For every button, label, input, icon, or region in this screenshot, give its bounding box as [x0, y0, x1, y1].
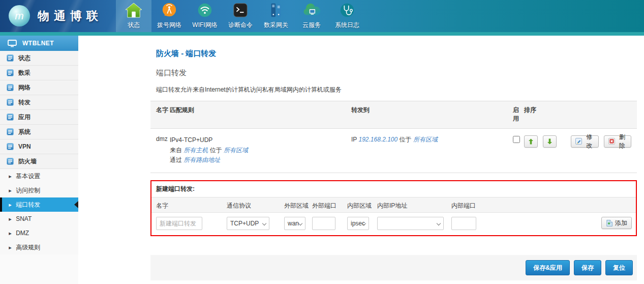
sidebar-item-label: 转发 — [18, 98, 30, 107]
sidebar-item-firewall[interactable]: 防火墙 — [0, 154, 78, 169]
sidebar-subitem-label: SNAT — [16, 215, 32, 222]
int-zone-select[interactable]: ipsec — [347, 217, 369, 230]
nav-tab-dialup-network[interactable]: 拨号网络 — [151, 0, 187, 32]
home-icon — [125, 1, 142, 19]
sidebar-item-vpn[interactable]: VPN — [0, 139, 78, 154]
top-header: m 物通博联 状态 拨号网络 WIFI网络 诊断命令 — [0, 0, 644, 36]
column-header-sort: 排序 — [524, 106, 631, 124]
server-rack-icon — [268, 1, 284, 19]
triangle-bullet-icon: ▶ — [9, 217, 12, 221]
int-ip-select[interactable] — [377, 217, 444, 230]
add-page-icon — [606, 220, 612, 226]
delete-button[interactable]: 删除 — [604, 135, 632, 148]
main-content: 防火墙 - 端口转发 端口转发 端口转发允许来自Internet的计算机访问私有… — [150, 36, 637, 284]
brand-name: 物通博联 — [38, 8, 103, 24]
triangle-bullet-icon: ▶ — [9, 203, 12, 207]
enable-checkbox[interactable] — [513, 136, 520, 143]
forward-ip-link[interactable]: 192.168.2.100 — [358, 136, 397, 143]
sidebar-subitem-label: DMZ — [16, 230, 29, 237]
int-zone-select-value: ipsec — [351, 220, 365, 227]
sidebar-subitem-access-control[interactable]: ▶ 访问控制 — [0, 183, 78, 197]
rule-name-cell: dmz — [156, 135, 170, 143]
nav-tab-cloud-service[interactable]: 云服务 — [294, 0, 329, 32]
sidebar-subitem-basic-settings[interactable]: ▶ 基本设置 — [0, 169, 78, 183]
add-button[interactable]: 添加 — [601, 217, 632, 229]
cloud-monitor-icon — [302, 1, 321, 19]
rule-route-link[interactable]: 所有路由地址 — [183, 156, 220, 163]
sidebar-item-label: VPN — [18, 143, 31, 150]
sort-cell: 修改 删除 — [524, 135, 631, 148]
sidebar: WTBLNET 状态 数采 网络 转发 应用 系统 VPN 防火墙 ▶ 基本设置… — [0, 36, 78, 284]
nav-tab-wifi-network[interactable]: WIFI网络 — [187, 0, 223, 32]
forward-zone-link[interactable]: 所有区域 — [413, 136, 438, 143]
nav-tab-label: 诊断命令 — [228, 21, 253, 30]
add-button-label: 添加 — [615, 219, 627, 228]
rule-zone-link[interactable]: 所有区域 — [224, 147, 248, 154]
svg-text:m: m — [15, 10, 24, 21]
edit-button[interactable]: 修改 — [571, 135, 599, 148]
triangle-bullet-icon: ▶ — [9, 245, 12, 249]
section-description: 端口转发允许来自Internet的计算机访问私有局域网内的计算机或服务 — [150, 86, 637, 94]
brand-logo: m 物通博联 — [8, 5, 103, 27]
sidebar-subitem-advanced-rules[interactable]: ▶ 高级规则 — [0, 240, 78, 254]
sidebar-item-status[interactable]: 状态 — [0, 51, 78, 66]
sidebar-item-system[interactable]: 系统 — [0, 125, 78, 139]
reset-button[interactable]: 复位 — [605, 260, 633, 275]
ext-port-field-label: 外部端口 — [312, 202, 336, 210]
nav-tab-label: 数采网关 — [264, 21, 288, 30]
nav-tab-status[interactable]: 状态 — [116, 0, 151, 32]
save-apply-button[interactable]: 保存&应用 — [526, 260, 570, 275]
stethoscope-icon — [339, 1, 355, 19]
forward-to-cell: IP 192.168.2.100 位于 所有区域 — [351, 135, 513, 144]
move-up-button[interactable] — [524, 135, 538, 148]
ext-zone-select-value: wan — [288, 220, 299, 227]
name-input[interactable] — [156, 217, 202, 230]
list-icon — [7, 113, 14, 121]
sidebar-device-header: WTBLNET — [0, 36, 78, 51]
int-port-field-label: 内部端口 — [451, 202, 476, 210]
sidebar-item-data-collect[interactable]: 数采 — [0, 66, 78, 80]
section-title: 端口转发 — [150, 68, 637, 78]
list-icon — [7, 54, 14, 62]
column-header-enable: 启用 — [513, 106, 524, 124]
sidebar-item-label: 系统 — [18, 128, 30, 136]
rule-in-label: 位于 — [210, 147, 222, 154]
sidebar-subitem-label: 访问控制 — [16, 186, 40, 195]
move-down-button[interactable] — [543, 135, 557, 148]
int-port-input[interactable] — [451, 217, 476, 230]
forward-table-header: 名字 匹配规则 转发到 启用 排序 — [150, 101, 637, 129]
rule-host-link[interactable]: 所有主机 — [183, 147, 208, 154]
nav-tab-data-gateway[interactable]: 数采网关 — [258, 0, 294, 32]
sidebar-item-application[interactable]: 应用 — [0, 110, 78, 125]
sidebar-item-network[interactable]: 网络 — [0, 80, 78, 95]
column-header-name: 名字 — [156, 106, 170, 124]
sidebar-subitem-dmz[interactable]: ▶ DMZ — [0, 226, 78, 240]
sidebar-item-label: 网络 — [18, 83, 30, 92]
top-nav: 状态 拨号网络 WIFI网络 诊断命令 数采网关 — [116, 0, 365, 32]
terminal-icon — [232, 1, 249, 19]
nav-tab-system-log[interactable]: 系统日志 — [329, 0, 365, 32]
column-header-rule: 匹配规则 — [170, 106, 351, 124]
list-icon — [7, 69, 14, 76]
sidebar-item-label: 防火墙 — [18, 157, 37, 166]
save-button[interactable]: 保存 — [574, 260, 601, 275]
protocol-select[interactable]: TCP+UDP — [227, 217, 269, 230]
ext-zone-select[interactable]: wan — [284, 217, 305, 230]
nav-tab-diagnostic-command[interactable]: 诊断命令 — [223, 0, 258, 32]
sidebar-item-forward[interactable]: 转发 — [0, 95, 78, 110]
int-ip-field-label: 内部IP地址 — [377, 202, 407, 210]
ext-port-input[interactable] — [312, 217, 335, 230]
monitor-icon — [8, 40, 17, 47]
sidebar-subitem-snat[interactable]: ▶ SNAT — [0, 212, 78, 226]
brand-sphere-icon: m — [8, 5, 30, 27]
list-icon — [7, 128, 14, 135]
forward-ip-label: IP — [351, 136, 357, 143]
nav-tab-label: 系统日志 — [335, 21, 359, 30]
device-name: WTBLNET — [22, 40, 54, 47]
rule-from-label: 来自 — [170, 147, 182, 154]
sidebar-subitem-port-forward[interactable]: ▶ 端口转发 — [0, 197, 78, 212]
arrow-down-icon — [547, 138, 552, 145]
list-icon — [7, 84, 14, 91]
edit-pencil-icon — [575, 138, 582, 145]
sidebar-subitem-label: 高级规则 — [16, 243, 40, 252]
